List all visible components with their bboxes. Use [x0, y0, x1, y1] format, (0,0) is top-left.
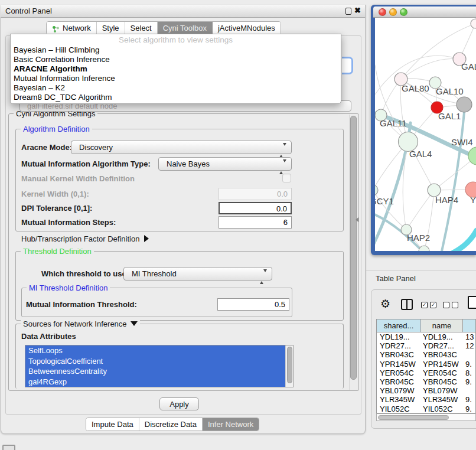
network-node-label: GAL10 [436, 86, 464, 96]
unchecked-box-icon[interactable] [452, 302, 458, 308]
mi-type-combo[interactable]: Naive Bayes [158, 157, 292, 171]
dropdown-item[interactable]: Mutual Information Inference [11, 74, 341, 83]
table-row[interactable]: YER054CYER054C8. [377, 369, 475, 377]
table-cell: YIL052C [421, 405, 463, 413]
attributes-scrollbar-thumb[interactable] [287, 347, 292, 383]
attribute-list-item[interactable]: gal4RGexp [25, 377, 285, 387]
table-column-header[interactable]: shared... [377, 319, 421, 332]
table-row[interactable]: YLR345WYLR345W9. [377, 395, 475, 404]
data-attributes-list[interactable]: SelfLoopsTopologicalCoefficientBetweenne… [25, 345, 294, 387]
table-row[interactable]: YBR045CYBR045C9. [377, 377, 475, 386]
table-body[interactable]: YDL19...YDL19...13YDR27...YDR27...12YBR0… [377, 332, 475, 413]
network-node-label: Y [470, 195, 476, 205]
mi-steps-label: Mutual Information Steps: [21, 216, 116, 229]
attributes-scrollbar-track[interactable] [285, 345, 293, 387]
checked-box-icon[interactable]: ✓ [421, 302, 428, 308]
kernel-width-field[interactable]: 0.0 [219, 188, 292, 200]
which-threshold-value: MI Threshold [132, 269, 177, 278]
sources-group-title[interactable]: Sources for Network Inference [21, 319, 140, 328]
mi-type-label: Mutual Information Algorithm Type: [21, 157, 151, 171]
attribute-list-item[interactable]: TopologicalCoefficient [25, 356, 285, 367]
algorithm-definition-title: Algorithm Definition [21, 125, 92, 133]
table-row[interactable]: YPR145WYPR145W9. [377, 360, 475, 369]
settings-scrollbar-thumb[interactable] [350, 116, 357, 380]
table-cell: YBR043C [377, 350, 421, 359]
dropdown-item[interactable]: Basic Correlation Inference [11, 55, 341, 64]
control-panel-titlebar[interactable] [1, 5, 366, 18]
manual-kernel-checkbox[interactable] [282, 174, 291, 182]
table-hscrollbar-track[interactable] [376, 413, 476, 421]
network-node[interactable] [471, 19, 476, 28]
table-header-row[interactable]: shared...name [377, 319, 475, 332]
unchecked-box-icon[interactable] [443, 302, 449, 308]
attribute-list-item[interactable]: BetweennessCentrality [25, 366, 285, 377]
table-row[interactable]: YBL079WYBL079W [377, 386, 475, 395]
tab-jactivemnodules[interactable]: jActiveMNodules [213, 22, 281, 34]
aracne-mode-combo[interactable]: Discovery [71, 141, 292, 154]
network-node-label: HAP2 [407, 233, 430, 243]
mac-zoom-icon[interactable] [400, 8, 407, 16]
dpi-tolerance-field[interactable]: 0.0 [219, 202, 292, 214]
table-cell: YER054C [377, 369, 421, 377]
network-node[interactable] [457, 97, 472, 112]
node-table[interactable]: shared...name YDL19...YDL19...13YDR27...… [376, 319, 476, 413]
table-cell [463, 386, 475, 395]
collapsed-panel-icon[interactable] [2, 445, 15, 450]
mac-close-icon[interactable] [379, 8, 386, 16]
network-edge [453, 230, 476, 251]
table-cell: 9. [463, 360, 475, 369]
dropdown-item[interactable]: ARACNE Algorithm [11, 64, 341, 74]
table-column-header[interactable]: name [421, 319, 463, 332]
tab-cyni-toolbox[interactable]: Cyni Toolbox [158, 22, 213, 34]
table-cell: YPR145W [421, 360, 463, 369]
network-window-titlebar[interactable] [373, 6, 476, 18]
mac-minimize-icon[interactable] [389, 8, 397, 16]
dropdown-item[interactable]: Bayesian – Hill Climbing [11, 45, 341, 55]
tab-select[interactable]: Select [125, 22, 158, 34]
table-cell: YBL079W [421, 386, 463, 395]
network-node-label: SWI4 [451, 137, 473, 147]
mi-threshold-label: Mutual Information Threshold: [26, 298, 137, 311]
which-threshold-combo[interactable]: MI Threshold [123, 267, 272, 281]
table-column-header[interactable] [463, 319, 475, 332]
table-row[interactable]: YDL19...YDL19...13 [377, 332, 475, 341]
tab-label: Infer Network [208, 418, 253, 431]
table-row[interactable]: YBR043CYBR043C [377, 350, 475, 359]
tab-style[interactable]: Style [97, 22, 125, 34]
table-cell: YLR345W [421, 395, 463, 404]
tab-network[interactable]: Network [47, 22, 97, 34]
hub-definition-toggle[interactable]: Hub/Transcription Factor Definition [21, 234, 149, 243]
gear-icon[interactable]: ⚙ [380, 297, 390, 311]
checked-box-icon[interactable]: ✓ [430, 302, 436, 308]
network-node-label: GAL [461, 61, 476, 71]
table-row[interactable]: YDR27...YDR27...12 [377, 341, 475, 350]
document-icon[interactable] [468, 296, 476, 309]
network-edge [375, 213, 425, 251]
control-panel-tabbar: NetworkStyleSelectCyni ToolboxjActiveMNo… [46, 21, 281, 35]
tab-discretize-data[interactable]: Discretize Data [139, 418, 203, 431]
network-node[interactable] [419, 246, 429, 251]
tab-infer-network[interactable]: Infer Network [203, 418, 259, 431]
mi-threshold-field[interactable]: 0.5 [217, 298, 289, 311]
column-split-icon[interactable] [401, 299, 413, 310]
table-hscrollbar-thumb[interactable] [378, 415, 449, 420]
tab-impute-data[interactable]: Impute Data [86, 418, 139, 431]
dropdown-item[interactable]: Bayesian – K2 [11, 83, 341, 93]
mi-steps-field[interactable]: 6 [219, 216, 292, 229]
float-window-icon[interactable] [345, 8, 351, 15]
table-cell: YER054C [421, 369, 463, 377]
attribute-list-item[interactable]: SelfLoops [25, 345, 285, 356]
table-cell: YDR27... [377, 341, 421, 350]
hub-definition-label: Hub/Transcription Factor Definition [21, 234, 139, 243]
network-canvas[interactable]: GALGAL80GAL10GAL1GAL11SWI4GAL4GCY1HAP4YH… [375, 18, 476, 251]
tab-label: Style [102, 22, 119, 35]
close-icon[interactable]: ✖ [354, 6, 361, 15]
table-cell: 9. [463, 395, 475, 404]
apply-button[interactable]: Apply [159, 397, 199, 410]
dropdown-item[interactable]: Dream8 DC_TDC Algorithm [11, 93, 341, 102]
table-cell: YBR043C [421, 350, 463, 359]
table-row[interactable]: YIL052CYIL052C9. [377, 405, 475, 413]
network-node-gcy1[interactable] [375, 185, 378, 195]
splitter-collapse-icon[interactable] [356, 217, 358, 222]
network-node-label: HAP4 [435, 195, 458, 205]
